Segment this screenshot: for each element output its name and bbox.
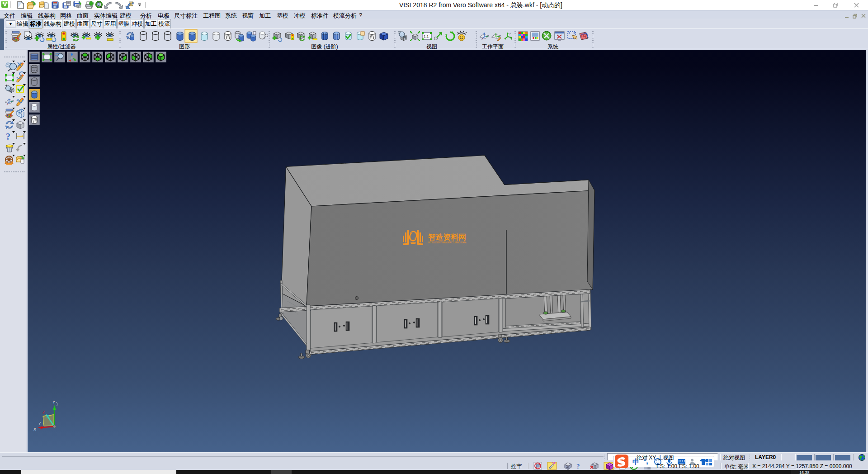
svg-text:Y: Y	[52, 400, 55, 404]
svg-text:?: ?	[6, 132, 10, 142]
svg-text:智造资料网: 智造资料网	[428, 233, 466, 241]
svg-text:INTELLIGENT MANUFACTURING DATA: INTELLIGENT MANUFACTURING DATA	[428, 242, 467, 244]
svg-text:Z: Z	[42, 410, 45, 414]
svg-text:1:1: 1:1	[424, 34, 429, 38]
svg-text:X: X	[33, 427, 36, 431]
svg-text:?: ?	[576, 463, 580, 470]
